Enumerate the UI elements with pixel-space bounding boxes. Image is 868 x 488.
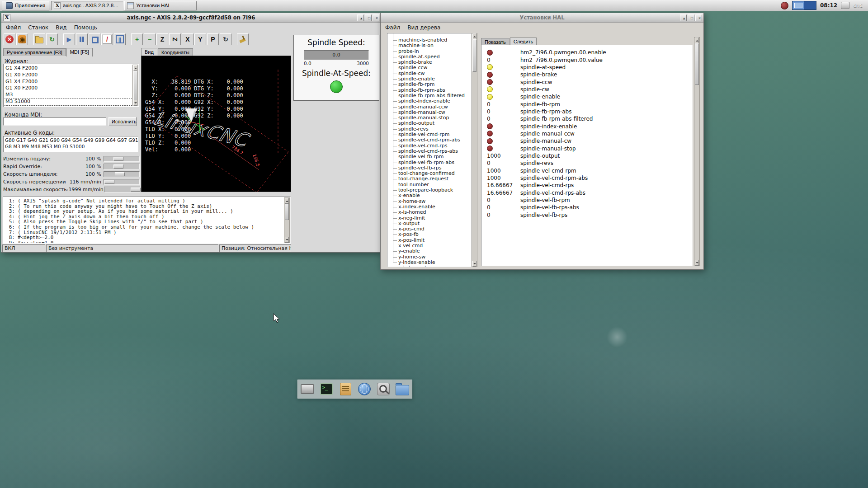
hal-tree-item[interactable]: spindle-vel-fb-rpm-abs (387, 160, 471, 165)
mdi-command-input[interactable] (3, 117, 106, 126)
program-scrollbar[interactable] (284, 197, 290, 243)
stop-program-button[interactable] (89, 33, 100, 45)
taskbar-window-button[interactable]: Установки HAL (124, 1, 197, 10)
scroll-down-button[interactable] (472, 261, 476, 267)
taskbar-window-button[interactable]: axis.ngc - AXIS 2.8.2-89-... (51, 1, 123, 10)
hal-tree-item[interactable]: spindle-index-enable (387, 99, 471, 104)
dock-icon-files[interactable] (395, 381, 410, 397)
scrollbar-thumb[interactable] (285, 204, 289, 220)
view-x-button[interactable]: X (182, 33, 193, 45)
watch-row[interactable]: 0 spindle-revs (481, 160, 692, 167)
shade-button[interactable]: ▴ (680, 14, 687, 21)
program-listing[interactable]: 1: ( AXIS "splash g-code" Not intended f… (3, 197, 291, 244)
program-line[interactable]: 8: #<depth>=2.0 (4, 235, 283, 240)
scroll-down-button[interactable] (695, 260, 699, 266)
override-slider[interactable] (104, 171, 140, 177)
watch-scrollbar[interactable] (694, 37, 700, 266)
view-z-button[interactable]: Z (156, 33, 168, 45)
view-z2-button[interactable]: Z (169, 33, 181, 45)
hal-tree-item[interactable]: x-pos-fb (387, 232, 471, 237)
watch-row[interactable]: spindle-cw (481, 86, 692, 93)
hal-tree-item[interactable]: tool-change-request (387, 176, 471, 182)
zoom-out-button[interactable]: − (144, 33, 156, 45)
preview-tab[interactable]: Координаты (158, 48, 193, 56)
override-slider[interactable] (104, 179, 140, 185)
toggle-skip-lines-button[interactable]: / (101, 33, 113, 45)
hal-tree-item[interactable]: spindle-ccw (387, 65, 471, 70)
workspace-pager[interactable] (792, 1, 816, 10)
scrollbar-thumb[interactable] (133, 71, 137, 101)
scroll-up-button[interactable] (472, 33, 476, 39)
view-y-button[interactable]: Y (194, 33, 206, 45)
watch-row[interactable]: spindle-ccw (481, 78, 692, 85)
tray-utility-icon[interactable] (841, 2, 849, 9)
scroll-up-button[interactable] (695, 38, 699, 43)
shade-button[interactable]: ▴ (357, 14, 364, 21)
toggle-optional-pause-button[interactable]: ‖ (114, 33, 126, 45)
override-slider[interactable] (104, 156, 140, 162)
workspace-active[interactable] (793, 1, 804, 9)
dock-icon-terminal[interactable] (319, 381, 334, 397)
view-p-button[interactable]: P (207, 33, 219, 45)
program-line[interactable]: 1: ( AXIS "splash g-code" Not intended f… (4, 198, 283, 204)
override-slider[interactable] (104, 187, 140, 192)
hal-tree-item[interactable]: x-enable (387, 193, 471, 198)
watch-row[interactable]: spindle-index-enable (481, 122, 692, 130)
preview-canvas[interactable]: LinuxCNC 734.7 156.5 X: 38.819 DTG X: 0.… (141, 56, 291, 192)
watch-row[interactable]: spindle-brake (481, 71, 692, 78)
pause-program-button[interactable] (76, 33, 88, 45)
mdi-history-entry[interactable]: M3 (5, 92, 132, 99)
watch-row[interactable]: hm2_7i96.0.pwmgen.00.enable (481, 49, 692, 56)
hal-tree-item[interactable]: spindle-output (387, 121, 471, 126)
watch-row[interactable]: 0 spindle-vel-fb-rpm (481, 197, 692, 204)
scroll-up-button[interactable] (285, 198, 289, 204)
watch-row[interactable]: spindle-manual-ccw (481, 130, 692, 137)
scroll-down-button[interactable] (285, 237, 289, 243)
dock-icon-browser[interactable] (357, 381, 372, 397)
mdi-history-entry[interactable]: G1 X4 F2000 (5, 65, 132, 72)
dock-icon-editor[interactable] (338, 381, 353, 397)
open-file-button[interactable] (33, 33, 45, 45)
mdi-history-entry[interactable]: G1 X4 F2000 (5, 79, 132, 85)
scrollbar-thumb[interactable] (472, 39, 476, 72)
watch-row[interactable]: 0 hm2_7i96.0.pwmgen.00.value (481, 56, 692, 63)
hal-tree-item[interactable]: x-neg-limit (387, 216, 471, 221)
program-line[interactable]: 9: #<scale>=1.0 (4, 240, 283, 243)
watch-row[interactable]: spindle-manual-cw (481, 137, 692, 145)
menu-item[interactable]: Вид (52, 23, 70, 32)
watch-row[interactable]: 0 spindle-vel-fb-rps (481, 211, 692, 219)
slider-handle[interactable] (131, 188, 141, 192)
menu-item[interactable]: Файл (2, 23, 24, 32)
watch-row[interactable]: 0 spindle-fb-rpm-abs (481, 108, 692, 115)
program-line[interactable]: 6: ( If the program is too big or small … (4, 225, 283, 230)
hal-tree-item[interactable]: y-enable (387, 249, 471, 254)
hal-tree-item[interactable]: machine-is-on (387, 43, 471, 48)
menu-item[interactable]: Файл (382, 23, 404, 32)
run-program-button[interactable]: ▶ (63, 33, 75, 45)
menu-item[interactable]: Помощь (71, 23, 101, 32)
control-tab[interactable]: MDI [F5] (66, 48, 93, 56)
close-button[interactable]: × (695, 14, 702, 21)
hal-tree-item[interactable]: spindle-fb-rpm (387, 82, 471, 87)
machine-power-button[interactable]: ◉ (16, 33, 28, 45)
hal-watch-panel[interactable]: hm2_7i96.0.pwmgen.00.enable 0 hm2_7i96.0… (481, 45, 693, 266)
slider-handle[interactable] (104, 180, 114, 184)
watch-row[interactable]: 0 spindle-fb-rpm-abs-filtered (481, 115, 692, 122)
slider-handle[interactable] (113, 157, 123, 161)
axis-titlebar[interactable]: X axis.ngc - AXIS 2.8.2-89-gccf8f2d58 on… (1, 13, 381, 23)
mdi-execute-button[interactable]: Исполнить (108, 117, 137, 126)
mdi-history-entry[interactable]: M3 S1000 (5, 99, 132, 105)
mdi-history-entry[interactable]: G1 X0 F2000 (5, 85, 132, 92)
estop-button[interactable]: × (4, 33, 15, 45)
menu-item[interactable]: Вид дерева (404, 23, 444, 32)
hal-tree-item[interactable]: spindle-manual-ccw (387, 104, 471, 110)
watch-row[interactable]: 1000 spindle-output (481, 152, 692, 160)
watch-row[interactable]: spindle-at-speed (481, 64, 692, 71)
dock-icon-panel[interactable] (300, 381, 315, 397)
watch-row[interactable]: 16.66667 spindle-vel-cmd-rps (481, 182, 692, 189)
watch-row[interactable]: 1000 spindle-vel-cmd-rpm (481, 167, 692, 174)
watch-row[interactable]: 0 spindle-vel-fb-rps-abs (481, 204, 692, 211)
override-slider[interactable] (104, 164, 140, 169)
history-scrollbar[interactable] (132, 65, 138, 106)
hal-titlebar[interactable]: Установки HAL ▴□× (381, 13, 703, 23)
